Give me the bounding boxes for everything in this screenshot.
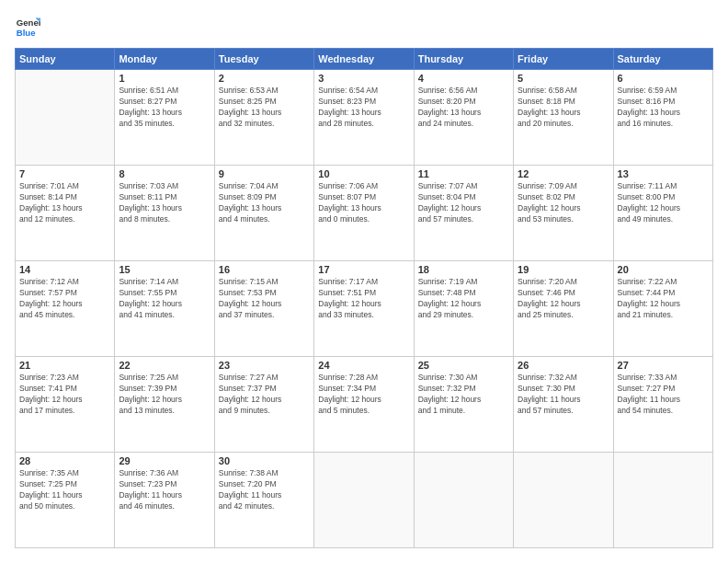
day-info: Sunrise: 7:11 AM Sunset: 8:00 PM Dayligh… [618, 181, 709, 225]
day-cell: 5Sunrise: 6:58 AM Sunset: 8:18 PM Daylig… [514, 70, 613, 166]
day-number: 2 [219, 73, 310, 84]
day-info: Sunrise: 7:03 AM Sunset: 8:11 PM Dayligh… [119, 181, 210, 225]
day-number: 14 [19, 264, 110, 275]
svg-text:General: General [17, 17, 40, 28]
day-cell: 6Sunrise: 6:59 AM Sunset: 8:16 PM Daylig… [613, 70, 712, 166]
day-number: 25 [418, 360, 509, 371]
day-cell: 1Sunrise: 6:51 AM Sunset: 8:27 PM Daylig… [115, 70, 214, 166]
day-info: Sunrise: 7:36 AM Sunset: 7:23 PM Dayligh… [119, 468, 210, 512]
day-info: Sunrise: 6:59 AM Sunset: 8:16 PM Dayligh… [618, 86, 709, 130]
day-cell: 22Sunrise: 7:25 AM Sunset: 7:39 PM Dayli… [115, 357, 214, 453]
day-info: Sunrise: 7:20 AM Sunset: 7:46 PM Dayligh… [518, 277, 609, 321]
day-cell [613, 453, 712, 548]
day-number: 3 [318, 73, 409, 84]
day-info: Sunrise: 7:35 AM Sunset: 7:25 PM Dayligh… [19, 468, 110, 512]
day-cell [414, 453, 513, 548]
day-number: 22 [119, 360, 210, 371]
day-cell: 17Sunrise: 7:17 AM Sunset: 7:51 PM Dayli… [314, 261, 414, 357]
day-info: Sunrise: 6:56 AM Sunset: 8:20 PM Dayligh… [418, 86, 509, 130]
day-info: Sunrise: 7:27 AM Sunset: 7:37 PM Dayligh… [219, 373, 310, 417]
day-cell: 12Sunrise: 7:09 AM Sunset: 8:02 PM Dayli… [514, 166, 613, 261]
day-number: 20 [618, 264, 709, 275]
day-cell: 2Sunrise: 6:53 AM Sunset: 8:25 PM Daylig… [214, 70, 313, 166]
day-info: Sunrise: 7:38 AM Sunset: 7:20 PM Dayligh… [219, 468, 310, 512]
header-cell-saturday: Saturday [613, 49, 712, 70]
day-cell: 10Sunrise: 7:06 AM Sunset: 8:07 PM Dayli… [314, 166, 414, 261]
day-info: Sunrise: 7:01 AM Sunset: 8:14 PM Dayligh… [19, 181, 110, 225]
day-info: Sunrise: 7:25 AM Sunset: 7:39 PM Dayligh… [119, 373, 210, 417]
day-cell: 25Sunrise: 7:30 AM Sunset: 7:32 PM Dayli… [414, 357, 513, 453]
day-cell: 19Sunrise: 7:20 AM Sunset: 7:46 PM Dayli… [514, 261, 613, 357]
day-number: 8 [119, 168, 210, 179]
day-info: Sunrise: 7:04 AM Sunset: 8:09 PM Dayligh… [219, 181, 310, 225]
day-number: 9 [219, 168, 310, 179]
day-info: Sunrise: 7:15 AM Sunset: 7:53 PM Dayligh… [219, 277, 310, 321]
day-number: 24 [318, 360, 409, 371]
day-cell: 29Sunrise: 7:36 AM Sunset: 7:23 PM Dayli… [115, 453, 214, 548]
day-number: 5 [518, 73, 609, 84]
day-cell: 30Sunrise: 7:38 AM Sunset: 7:20 PM Dayli… [214, 453, 313, 548]
day-cell: 23Sunrise: 7:27 AM Sunset: 7:37 PM Dayli… [214, 357, 313, 453]
day-cell: 16Sunrise: 7:15 AM Sunset: 7:53 PM Dayli… [214, 261, 313, 357]
day-number: 1 [119, 73, 210, 84]
day-cell: 24Sunrise: 7:28 AM Sunset: 7:34 PM Dayli… [314, 357, 414, 453]
day-number: 16 [219, 264, 310, 275]
week-row-2: 7Sunrise: 7:01 AM Sunset: 8:14 PM Daylig… [16, 166, 713, 261]
day-number: 19 [518, 264, 609, 275]
day-number: 11 [418, 168, 509, 179]
day-cell: 9Sunrise: 7:04 AM Sunset: 8:09 PM Daylig… [214, 166, 313, 261]
day-cell: 4Sunrise: 6:56 AM Sunset: 8:20 PM Daylig… [414, 70, 513, 166]
day-cell: 7Sunrise: 7:01 AM Sunset: 8:14 PM Daylig… [16, 166, 115, 261]
page: General Blue SundayMondayTuesdayWednesda… [0, 0, 728, 563]
day-info: Sunrise: 6:54 AM Sunset: 8:23 PM Dayligh… [318, 86, 409, 130]
day-info: Sunrise: 7:17 AM Sunset: 7:51 PM Dayligh… [318, 277, 409, 321]
day-number: 13 [618, 168, 709, 179]
day-number: 10 [318, 168, 409, 179]
day-number: 28 [19, 455, 110, 466]
day-cell: 20Sunrise: 7:22 AM Sunset: 7:44 PM Dayli… [613, 261, 712, 357]
day-number: 18 [418, 264, 509, 275]
week-row-3: 14Sunrise: 7:12 AM Sunset: 7:57 PM Dayli… [16, 261, 713, 357]
day-number: 26 [518, 360, 609, 371]
header: General Blue [15, 15, 713, 40]
week-row-4: 21Sunrise: 7:23 AM Sunset: 7:41 PM Dayli… [16, 357, 713, 453]
header-row: SundayMondayTuesdayWednesdayThursdayFrid… [16, 49, 713, 70]
header-cell-tuesday: Tuesday [214, 49, 313, 70]
day-info: Sunrise: 7:33 AM Sunset: 7:27 PM Dayligh… [618, 373, 709, 417]
day-cell [16, 70, 115, 166]
day-number: 4 [418, 73, 509, 84]
logo: General Blue [15, 15, 40, 40]
day-info: Sunrise: 7:19 AM Sunset: 7:48 PM Dayligh… [418, 277, 509, 321]
day-number: 23 [219, 360, 310, 371]
header-cell-friday: Friday [514, 49, 613, 70]
day-info: Sunrise: 7:09 AM Sunset: 8:02 PM Dayligh… [518, 181, 609, 225]
day-info: Sunrise: 7:12 AM Sunset: 7:57 PM Dayligh… [19, 277, 110, 321]
svg-text:Blue: Blue [17, 28, 36, 38]
day-cell: 21Sunrise: 7:23 AM Sunset: 7:41 PM Dayli… [16, 357, 115, 453]
day-cell: 11Sunrise: 7:07 AM Sunset: 8:04 PM Dayli… [414, 166, 513, 261]
header-cell-sunday: Sunday [16, 49, 115, 70]
week-row-1: 1Sunrise: 6:51 AM Sunset: 8:27 PM Daylig… [16, 70, 713, 166]
day-number: 30 [219, 455, 310, 466]
day-number: 6 [618, 73, 709, 84]
day-cell [314, 453, 414, 548]
day-info: Sunrise: 6:51 AM Sunset: 8:27 PM Dayligh… [119, 86, 210, 130]
day-number: 17 [318, 264, 409, 275]
logo-icon: General Blue [15, 15, 40, 40]
day-cell: 28Sunrise: 7:35 AM Sunset: 7:25 PM Dayli… [16, 453, 115, 548]
day-cell: 26Sunrise: 7:32 AM Sunset: 7:30 PM Dayli… [514, 357, 613, 453]
day-cell: 15Sunrise: 7:14 AM Sunset: 7:55 PM Dayli… [115, 261, 214, 357]
day-number: 7 [19, 168, 110, 179]
day-info: Sunrise: 7:28 AM Sunset: 7:34 PM Dayligh… [318, 373, 409, 417]
day-info: Sunrise: 7:06 AM Sunset: 8:07 PM Dayligh… [318, 181, 409, 225]
week-row-5: 28Sunrise: 7:35 AM Sunset: 7:25 PM Dayli… [16, 453, 713, 548]
day-info: Sunrise: 7:30 AM Sunset: 7:32 PM Dayligh… [418, 373, 509, 417]
day-number: 21 [19, 360, 110, 371]
day-cell: 3Sunrise: 6:54 AM Sunset: 8:23 PM Daylig… [314, 70, 414, 166]
day-info: Sunrise: 6:58 AM Sunset: 8:18 PM Dayligh… [518, 86, 609, 130]
day-cell: 18Sunrise: 7:19 AM Sunset: 7:48 PM Dayli… [414, 261, 513, 357]
day-number: 15 [119, 264, 210, 275]
header-cell-monday: Monday [115, 49, 214, 70]
day-cell: 13Sunrise: 7:11 AM Sunset: 8:00 PM Dayli… [613, 166, 712, 261]
day-cell: 14Sunrise: 7:12 AM Sunset: 7:57 PM Dayli… [16, 261, 115, 357]
